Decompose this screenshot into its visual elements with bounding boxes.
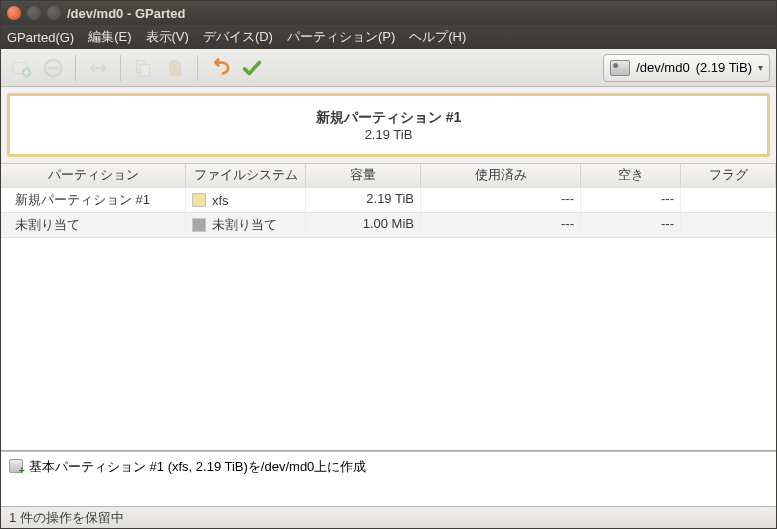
fs-swatch-xfs xyxy=(192,193,206,207)
fs-swatch-unallocated xyxy=(192,218,206,232)
cell-filesystem: xfs xyxy=(186,188,306,212)
chevron-down-icon: ▾ xyxy=(758,62,763,73)
cell-free: --- xyxy=(581,213,681,237)
status-bar: 1 件の操作を保留中 xyxy=(1,506,776,528)
hdd-icon xyxy=(610,60,630,76)
cell-filesystem: 未割り当て xyxy=(186,213,306,237)
menubar: GParted(G) 編集(E) 表示(V) デバイス(D) パーティション(P… xyxy=(1,25,776,49)
device-selector[interactable]: /dev/md0 (2.19 TiB) ▾ xyxy=(603,54,770,82)
toolbar-separator xyxy=(120,55,121,81)
resize-move-button xyxy=(84,54,112,82)
visual-partition-size: 2.19 TiB xyxy=(365,127,413,142)
col-free[interactable]: 空き xyxy=(581,164,681,187)
new-partition-button xyxy=(7,54,35,82)
cell-used: --- xyxy=(421,213,581,237)
col-used[interactable]: 使用済み xyxy=(421,164,581,187)
col-size[interactable]: 容量 xyxy=(306,164,421,187)
titlebar: /dev/md0 - GParted xyxy=(1,1,776,25)
svg-rect-4 xyxy=(140,64,149,76)
status-text: 1 件の操作を保留中 xyxy=(9,509,124,527)
cell-size: 1.00 MiB xyxy=(306,213,421,237)
pending-operations: 基本パーティション #1 (xfs, 2.19 TiB)を/dev/md0上に作… xyxy=(1,451,776,506)
menu-help[interactable]: ヘルプ(H) xyxy=(409,28,466,46)
menu-gparted[interactable]: GParted(G) xyxy=(7,30,74,45)
table-row[interactable]: 新規パーティション #1 xfs 2.19 TiB --- --- xyxy=(1,188,776,213)
window-close-button[interactable] xyxy=(7,6,21,20)
window-maximize-button[interactable] xyxy=(47,6,61,20)
apply-button[interactable] xyxy=(238,54,266,82)
partition-visual[interactable]: 新規パーティション #1 2.19 TiB xyxy=(7,93,770,157)
col-flags[interactable]: フラグ xyxy=(681,164,776,187)
table-row[interactable]: 未割り当て 未割り当て 1.00 MiB --- --- xyxy=(1,213,776,238)
partition-visual-wrap: 新規パーティション #1 2.19 TiB xyxy=(1,87,776,164)
cell-used: --- xyxy=(421,188,581,212)
device-path: /dev/md0 xyxy=(636,60,689,75)
menu-edit[interactable]: 編集(E) xyxy=(88,28,131,46)
copy-button xyxy=(129,54,157,82)
cell-partition: 未割り当て xyxy=(1,213,186,237)
undo-button[interactable] xyxy=(206,54,234,82)
cell-free: --- xyxy=(581,188,681,212)
create-partition-icon xyxy=(9,459,23,473)
menu-partition[interactable]: パーティション(P) xyxy=(287,28,395,46)
delete-partition-button xyxy=(39,54,67,82)
col-filesystem[interactable]: ファイルシステム xyxy=(186,164,306,187)
device-size: (2.19 TiB) xyxy=(696,60,752,75)
cell-size: 2.19 TiB xyxy=(306,188,421,212)
cell-partition: 新規パーティション #1 xyxy=(1,188,186,212)
svg-rect-5 xyxy=(170,61,181,75)
visual-partition-name: 新規パーティション #1 xyxy=(316,109,461,127)
window-title: /dev/md0 - GParted xyxy=(67,6,185,21)
toolbar-separator xyxy=(197,55,198,81)
col-partition[interactable]: パーティション xyxy=(1,164,186,187)
window-minimize-button[interactable] xyxy=(27,6,41,20)
table-header: パーティション ファイルシステム 容量 使用済み 空き フラグ xyxy=(1,164,776,188)
menu-view[interactable]: 表示(V) xyxy=(146,28,189,46)
menu-device[interactable]: デバイス(D) xyxy=(203,28,273,46)
partition-table: パーティション ファイルシステム 容量 使用済み 空き フラグ 新規パーティショ… xyxy=(1,164,776,451)
cell-flags xyxy=(681,213,776,237)
operation-text[interactable]: 基本パーティション #1 (xfs, 2.19 TiB)を/dev/md0上に作… xyxy=(29,458,366,476)
svg-rect-6 xyxy=(172,59,178,63)
paste-button xyxy=(161,54,189,82)
toolbar: /dev/md0 (2.19 TiB) ▾ xyxy=(1,49,776,87)
cell-flags xyxy=(681,188,776,212)
toolbar-separator xyxy=(75,55,76,81)
